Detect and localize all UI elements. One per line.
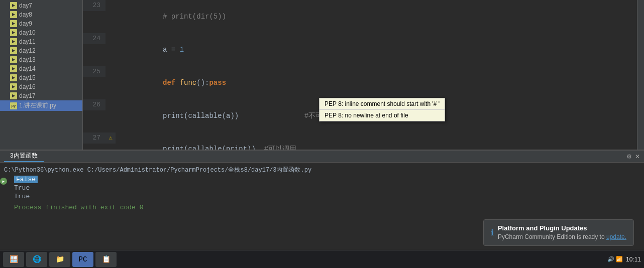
sidebar-item-day11[interactable]: ▶ day11	[0, 37, 82, 46]
system-tray: 🔊 📶	[607, 256, 623, 262]
taskbar-start-btn[interactable]: 🪟	[3, 252, 24, 267]
python-file-icon: py	[10, 102, 17, 109]
sidebar-item-day13[interactable]: ▶ day13	[0, 55, 82, 64]
folder-icon: ▶	[10, 47, 17, 54]
sidebar-item-day16[interactable]: ▶ day16	[0, 82, 82, 91]
folder-icon: ▶	[10, 11, 17, 18]
notification-body: PyCharm Community Edition is ready to up…	[498, 233, 626, 241]
code-line-25: 25 def func():pass	[83, 66, 637, 99]
output-lines: False True True Process finished with ex…	[10, 175, 644, 214]
code-line-27: 27 ⚠ print(callable(print)) #可以调用	[83, 132, 637, 150]
sidebar-item-day12[interactable]: ▶ day12	[0, 46, 82, 55]
folder-icon: ▶	[10, 92, 17, 99]
taskbar-explorer-btn[interactable]: 📁	[49, 252, 70, 267]
folder-icon: ▶	[10, 56, 17, 63]
file-tree: ▶ day7 ▶ day8 ▶ day9 ▶ day10 ▶ day11 ▶ d…	[0, 0, 83, 150]
folder-icon: ▶	[10, 83, 17, 90]
sidebar-item-day14[interactable]: ▶ day14	[0, 64, 82, 73]
settings-icon[interactable]: ⚙	[626, 153, 632, 160]
process-done: Process finished with exit code 0	[10, 201, 644, 214]
sidebar-item-day9[interactable]: ▶ day9	[0, 19, 82, 28]
output-false: False	[10, 175, 644, 184]
folder-icon: ▶	[10, 74, 17, 81]
sidebar-item-file[interactable]: py 1.讲在课前.py	[0, 100, 82, 111]
folder-icon: ▶	[10, 29, 17, 36]
taskbar-time: 10:11	[626, 256, 641, 263]
notification-text: Platform and Plugin Updates PyCharm Comm…	[498, 224, 626, 241]
sidebar-item-day17[interactable]: ▶ day17	[0, 91, 82, 100]
info-icon: ℹ	[491, 228, 494, 237]
tab-actions: ⚙ ✕	[626, 153, 640, 160]
folder-icon: ▶	[10, 20, 17, 27]
tooltip-row-1: PEP 8: inline comment should start with …	[319, 98, 445, 110]
code-line-23: 23 # print(dir(5))	[83, 0, 637, 33]
sidebar-item-day15[interactable]: ▶ day15	[0, 73, 82, 82]
output-area: ▶ False True True Process finished with …	[0, 175, 644, 214]
code-editor: 23 # print(dir(5)) 24 a = 1 25 def fun	[83, 0, 637, 150]
close-panel-icon[interactable]: ✕	[635, 153, 640, 160]
sidebar-item-day7[interactable]: ▶ day7	[0, 1, 82, 10]
output-true-1: True	[10, 184, 644, 192]
folder-icon: ▶	[10, 65, 17, 72]
code-line-24: 24 a = 1	[83, 33, 637, 66]
run-again-icon[interactable]: ▶	[0, 178, 7, 185]
output-true-2: True	[10, 192, 644, 201]
editor-scrollbar[interactable]	[637, 0, 644, 150]
code-lines: 23 # print(dir(5)) 24 a = 1 25 def fun	[83, 0, 637, 150]
notification-update-link[interactable]: update.	[606, 233, 626, 240]
bottom-tab-bar: 3内置函数 ⚙ ✕	[0, 151, 644, 163]
tooltip-popup: PEP 8: inline comment should start with …	[319, 98, 445, 121]
taskbar-right: 🔊 📶 10:11	[607, 256, 641, 263]
notification-bar: ℹ Platform and Plugin Updates PyCharm Co…	[483, 219, 634, 246]
taskbar-pycharm-btn[interactable]: PC	[72, 252, 93, 267]
sidebar-item-day8[interactable]: ▶ day8	[0, 10, 82, 19]
folder-icon: ▶	[10, 38, 17, 45]
folder-icon: ▶	[10, 2, 17, 9]
run-gutter: ▶	[0, 175, 10, 214]
run-tab[interactable]: 3内置函数	[4, 151, 44, 162]
taskbar: 🪟 🌐 📁 PC 📋 🔊 📶 10:11	[0, 250, 644, 268]
tooltip-row-2: PEP 8: no newline at end of file	[319, 110, 445, 121]
taskbar-extra-btn[interactable]: 📋	[95, 252, 117, 267]
run-command-line: C:\Python36\python.exe C:/Users/Administ…	[0, 165, 644, 175]
sidebar-item-day10[interactable]: ▶ day10	[0, 28, 82, 37]
taskbar-chrome-btn[interactable]: 🌐	[26, 252, 47, 267]
